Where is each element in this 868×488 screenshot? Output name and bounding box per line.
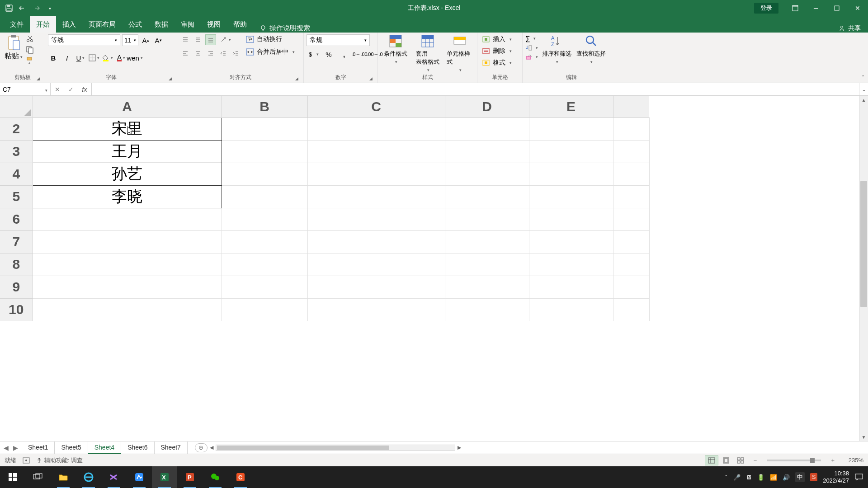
col-header-A[interactable]: A [33,96,222,117]
cell-spill-3[interactable] [613,140,649,163]
cell-A7[interactable] [33,230,222,253]
cell-D2[interactable] [445,117,529,140]
paste-button[interactable]: 粘贴 [3,34,24,65]
cell-C8[interactable] [307,253,445,276]
cut-button[interactable] [25,34,34,43]
clipboard-launcher[interactable] [35,76,41,82]
cell-D4[interactable] [445,163,529,185]
login-button[interactable]: 登录 [754,3,778,14]
autosum-button[interactable]: ∑ [525,34,538,42]
excel-task[interactable]: X [152,466,177,488]
col-header-D[interactable]: D [445,96,529,117]
cell-A5[interactable]: 李晓 [33,185,222,208]
tab-page-layout[interactable]: 页面布局 [82,16,122,33]
increase-indent-button[interactable] [231,48,241,59]
app-task-blue[interactable] [127,466,152,488]
zoom-out-button[interactable]: − [754,457,757,464]
tray-display-icon[interactable]: 🖥 [746,474,752,481]
cell-D6[interactable] [445,208,529,230]
zoom-slider[interactable] [767,460,821,461]
accessibility-status[interactable]: 辅助功能: 调查 [36,456,83,465]
tray-battery-icon[interactable]: 🔋 [757,474,764,481]
wrap-text-button[interactable]: 自动换行 [244,34,297,44]
format-painter-button[interactable] [25,56,34,65]
cell-spill-4[interactable] [613,163,649,185]
save-button[interactable] [3,2,15,14]
align-middle-button[interactable] [193,34,203,45]
tab-home[interactable]: 开始 [30,16,56,33]
format-cells-button[interactable]: 格式 [480,58,514,68]
cell-B10[interactable] [222,298,307,321]
tab-view[interactable]: 视图 [201,16,227,33]
cell-C2[interactable] [307,117,445,140]
bold-button[interactable]: B [48,52,59,63]
cell-E6[interactable] [529,208,613,230]
cancel-formula-button[interactable]: ✕ [51,86,64,93]
row-header-5[interactable]: 5 [0,185,33,208]
sheet-tab-Sheet7[interactable]: Sheet7 [155,441,188,454]
cell-E10[interactable] [529,298,613,321]
cell-A10[interactable] [33,298,222,321]
macro-record-icon[interactable] [23,457,30,464]
cell-A9[interactable] [33,276,222,298]
tray-clock[interactable]: 10:38 2022/4/27 [823,470,849,484]
fx-icon[interactable]: fx [78,85,91,93]
percent-button[interactable]: % [322,49,335,60]
cell-C3[interactable] [307,140,445,163]
sheet-tab-Sheet1[interactable]: Sheet1 [22,441,55,454]
find-select-button[interactable]: 查找和选择 [575,34,607,64]
cell-spill-6[interactable] [613,208,649,230]
enter-formula-button[interactable]: ✓ [64,86,78,93]
cell-C6[interactable] [307,208,445,230]
scroll-up-button[interactable]: ▲ [859,96,868,104]
comma-button[interactable]: , [337,49,351,60]
orientation-button[interactable] [218,34,233,45]
row-header-4[interactable]: 4 [0,163,33,185]
format-as-table-button[interactable]: 套用 表格格式 [415,34,441,72]
formula-input[interactable] [92,83,859,95]
align-bottom-button[interactable] [205,34,216,45]
task-view-button[interactable] [25,466,51,488]
accounting-format-button[interactable]: $ [307,49,320,60]
row-header-2[interactable]: 2 [0,117,33,140]
file-explorer-task[interactable] [51,466,76,488]
align-left-button[interactable] [180,48,191,59]
row-header-3[interactable]: 3 [0,140,33,163]
name-box-dropdown[interactable] [45,86,47,93]
col-header-E[interactable]: E [529,96,613,117]
cell-B3[interactable] [222,140,307,163]
powerpoint-task[interactable]: P [177,466,203,488]
page-break-view-button[interactable] [734,455,747,465]
delete-cells-button[interactable]: 删除 [480,46,514,56]
hscroll-right[interactable]: ▶ [455,445,463,450]
cell-B6[interactable] [222,208,307,230]
row-header-8[interactable]: 8 [0,253,33,276]
cell-B8[interactable] [222,253,307,276]
col-header-C[interactable]: C [307,96,445,117]
insert-cells-button[interactable]: 插入 [480,34,514,44]
sheet-tab-Sheet6[interactable]: Sheet6 [121,441,154,454]
share-button[interactable]: 共享 [831,24,868,33]
cell-B9[interactable] [222,276,307,298]
clear-button[interactable] [525,54,538,60]
zoom-level[interactable]: 235% [841,457,863,464]
ime-indicator[interactable]: 中 [795,472,805,482]
tab-data[interactable]: 数据 [148,16,175,33]
cell-B4[interactable] [222,163,307,185]
visual-studio-task[interactable] [101,466,127,488]
normal-view-button[interactable] [705,455,718,465]
increase-decimal-button[interactable]: .0←.00 [353,49,366,60]
conditional-formatting-button[interactable]: 条件格式 [382,34,409,64]
merge-center-button[interactable]: 合并后居中 [244,47,297,57]
start-button[interactable] [0,466,25,488]
cell-D3[interactable] [445,140,529,163]
cell-B7[interactable] [222,230,307,253]
cell-E3[interactable] [529,140,613,163]
close-button[interactable]: ✕ [847,0,868,16]
tab-formulas[interactable]: 公式 [122,16,148,33]
cell-C5[interactable] [307,185,445,208]
tab-help[interactable]: 帮助 [227,16,253,33]
qat-customize[interactable]: ▾ [43,2,56,14]
align-center-button[interactable] [193,48,203,59]
row-header-9[interactable]: 9 [0,276,33,298]
